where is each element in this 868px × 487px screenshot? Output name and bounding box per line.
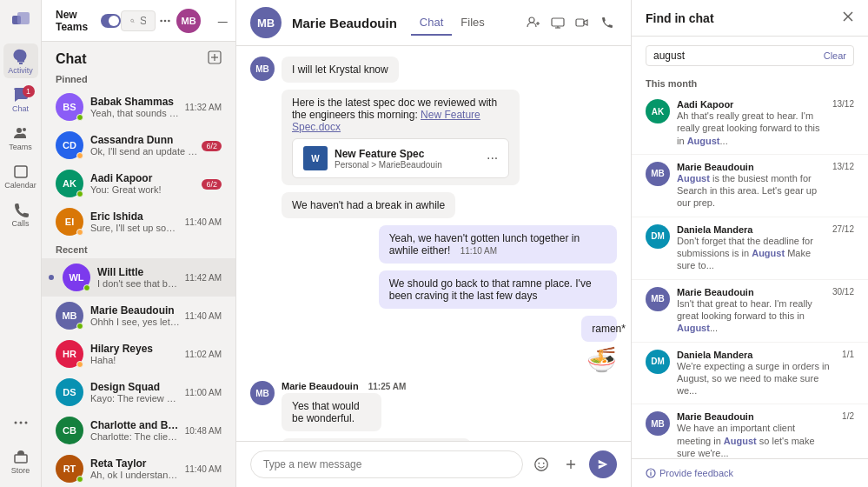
message-avatar: MB	[250, 57, 275, 81]
find-search-bar[interactable]: Clear	[646, 45, 854, 66]
list-item[interactable]: MB Marie BeaudouinOhhh I see, yes let me…	[42, 297, 235, 335]
svg-point-26	[543, 463, 545, 464]
unread-indicator	[49, 275, 54, 280]
svg-point-33	[650, 470, 651, 471]
rail-item-chat[interactable]: 1 Chat	[3, 82, 38, 117]
chat-tabs: Chat Files	[411, 10, 494, 36]
result-name: Daniela Mandera	[677, 350, 832, 360]
find-result-item[interactable]: DM Daniela Mandera We're expecting a sur…	[632, 343, 868, 405]
list-item[interactable]: HR Hilary ReyesHaha! 11:02 AM	[42, 335, 235, 373]
attach-btn[interactable]	[560, 453, 582, 476]
svg-rect-8	[15, 455, 27, 463]
toggle-switch[interactable]	[101, 14, 121, 28]
svg-point-5	[14, 422, 17, 424]
minimize-btn[interactable]: —	[202, 7, 236, 35]
message-bubble: Yes that would be wonderful.	[282, 393, 381, 431]
provide-feedback-btn[interactable]: Provide feedback	[632, 458, 868, 487]
svg-point-9	[131, 19, 134, 22]
list-item[interactable]: RT Reta TaylorAh, ok I understand now. 1…	[42, 450, 235, 487]
avatar: HR	[56, 340, 83, 368]
send-btn[interactable]	[589, 450, 617, 478]
list-item[interactable]: WL Will LittleI don't see that being an …	[42, 258, 235, 297]
find-result-item[interactable]: MB Marie Beaudouin Isn't that great to h…	[632, 280, 868, 343]
svg-point-24	[535, 458, 547, 470]
result-avatar: MB	[646, 411, 670, 436]
contact-avatar: MB	[250, 7, 282, 38]
file-more-btn[interactable]: ···	[487, 150, 498, 166]
main-chat: MB Marie Beaudouin Chat Files MB I will …	[236, 0, 632, 487]
audio-call-btn[interactable]	[596, 12, 617, 33]
find-close-btn[interactable]	[842, 10, 854, 25]
list-item[interactable]: EI Eric IshidaSure, I'll set up somethin…	[42, 203, 235, 241]
pinned-section-label: Pinned	[42, 70, 235, 88]
find-result-item[interactable]: AK Aadi Kapoor Ah that's really great to…	[632, 92, 868, 155]
list-item[interactable]: CD Cassandra DunnOk, I'll send an update…	[42, 126, 235, 164]
result-name: Marie Beaudouin	[677, 162, 822, 172]
new-chat-btn[interactable]	[208, 50, 222, 67]
result-date: 27/12	[832, 224, 854, 234]
find-clear-btn[interactable]: Clear	[824, 50, 846, 61]
message-row-self: ramen* 🍜	[250, 316, 617, 374]
rail-item-activity[interactable]: Activity	[3, 43, 38, 78]
rail-activity-label: Activity	[8, 66, 33, 75]
rail-teams-label: Teams	[9, 143, 32, 151]
result-text: We're expecting a surge in orders in Aug…	[677, 360, 832, 397]
find-results: AK Aadi Kapoor Ah that's really great to…	[632, 92, 868, 458]
svg-point-7	[24, 422, 27, 424]
result-text: Ah that's really great to hear. I'm real…	[677, 110, 822, 147]
contact-name: Marie Beaudouin	[292, 16, 397, 30]
list-item[interactable]: AK Aadi KapoorYou: Great work! 6/2	[42, 164, 235, 203]
find-header: Find in chat	[632, 0, 868, 37]
message-row-self: Yeah, we haven't gotten lunch together i…	[250, 225, 617, 264]
user-avatar[interactable]: MB	[176, 9, 201, 33]
add-people-btn[interactable]	[523, 12, 544, 33]
rail-item-calls[interactable]: Calls	[3, 197, 38, 231]
find-result-item[interactable]: MB Marie Beaudouin We have an important …	[632, 404, 868, 458]
more-options-btn[interactable]	[156, 11, 175, 30]
rail-item-teams[interactable]: Teams	[3, 120, 38, 155]
result-avatar: AK	[646, 99, 670, 123]
list-item[interactable]: DS Design SquadKayo: The review went rea…	[42, 373, 235, 411]
message-input[interactable]	[250, 450, 523, 478]
messages-area: MB I will let Krystal know MB Here is th…	[236, 46, 631, 441]
message-row: MB We haven't had a break in awhile	[250, 192, 617, 218]
result-name: Marie Beaudouin	[677, 287, 822, 297]
result-name: Daniela Mandera	[677, 224, 822, 235]
result-name: Marie Beaudouin	[677, 411, 832, 422]
list-item[interactable]: CB Charlotte and BabakCharlotte: The cli…	[42, 411, 235, 450]
search-icon	[130, 16, 135, 26]
rail-item-calendar[interactable]: Calendar	[3, 158, 38, 193]
svg-point-2	[17, 128, 22, 133]
svg-rect-23	[576, 19, 584, 26]
result-date: 13/12	[832, 99, 854, 109]
search-input[interactable]	[140, 15, 146, 27]
find-result-item[interactable]: DM Daniela Mandera Don't forget that the…	[632, 217, 868, 280]
emoji-btn[interactable]	[530, 453, 553, 476]
find-title: Find in chat	[646, 11, 714, 25]
svg-point-25	[538, 463, 540, 464]
svg-point-11	[160, 19, 162, 22]
chat-list: Pinned BS Babak ShammasYeah, that sounds…	[42, 70, 235, 487]
file-card[interactable]: W New Feature Spec Personal > MarieBeaud…	[292, 138, 509, 178]
list-item[interactable]: BS Babak ShammasYeah, that sounds great …	[42, 88, 235, 126]
file-link[interactable]: New Feature Spec.docx	[292, 109, 480, 133]
find-result-item[interactable]: MB Marie Beaudouin August is the busiest…	[632, 155, 868, 217]
result-date: 13/12	[832, 162, 854, 171]
rail-item-store[interactable]: Store	[3, 444, 38, 478]
message-row: MB Here is the latest spec doc we review…	[250, 90, 617, 185]
chat-actions	[523, 12, 617, 33]
tab-files[interactable]: Files	[452, 10, 493, 36]
search-bar[interactable]	[121, 10, 156, 31]
rail-chat-label: Chat	[12, 104, 29, 113]
left-rail: Activity 1 Chat Teams Calendar Calls Sto…	[0, 0, 42, 487]
result-date: 1/1	[842, 350, 854, 359]
screen-share-btn[interactable]	[547, 12, 568, 33]
find-search-input[interactable]	[653, 50, 818, 62]
tab-chat[interactable]: Chat	[411, 10, 452, 36]
result-text: Isn't that great to hear. I'm really gre…	[677, 297, 822, 335]
app-logo	[7, 7, 35, 35]
rail-item-more[interactable]	[3, 405, 38, 440]
svg-rect-1	[17, 12, 30, 24]
result-date: 1/2	[842, 411, 854, 421]
video-call-btn[interactable]	[572, 12, 593, 33]
